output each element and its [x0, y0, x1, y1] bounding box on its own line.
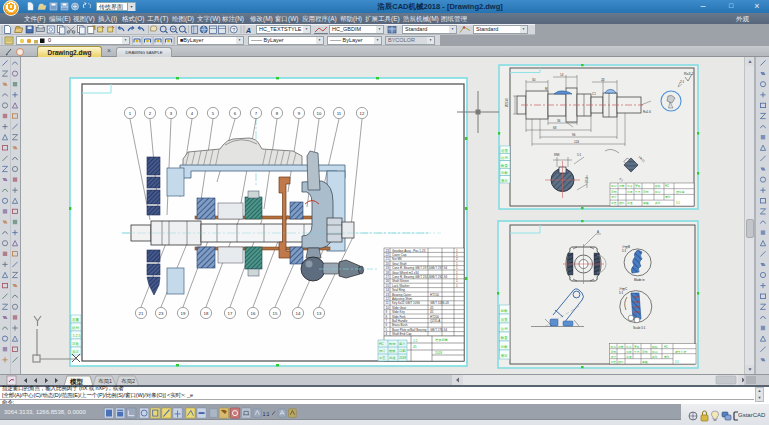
svg-text:13: 13 — [317, 311, 322, 316]
svg-text:12: 12 — [386, 297, 390, 301]
svg-text:自重: 自重 — [501, 317, 508, 322]
svg-text:签字: 签字 — [627, 190, 633, 194]
svg-text:16: 16 — [386, 279, 390, 283]
svg-text:更改: 更改 — [634, 345, 640, 349]
svg-text:拨叉支架: 拨叉支架 — [675, 350, 686, 354]
svg-text:签名: 签名 — [627, 184, 633, 188]
svg-text:5:1: 5:1 — [577, 153, 582, 157]
svg-text:张数: 张数 — [501, 345, 508, 349]
svg-text:Base Plate w/Ball Bearing: Base Plate w/Ball Bearing — [392, 328, 427, 332]
svg-text:自重: 自重 — [501, 148, 508, 153]
svg-text:27.3: 27.3 — [585, 177, 589, 183]
svg-text:2:1: 2:1 — [680, 80, 685, 84]
svg-text:68: 68 — [553, 126, 557, 130]
svg-text:Ø25k6: Ø25k6 — [505, 98, 509, 107]
svg-text:Nut M6: Nut M6 — [392, 257, 402, 261]
svg-text:GB/T 292-94: GB/T 292-94 — [430, 275, 447, 279]
svg-text:13: 13 — [386, 293, 390, 297]
svg-text:齿轮轴: 齿轮轴 — [676, 190, 685, 194]
svg-text:共张: 共张 — [654, 201, 661, 205]
svg-text:日期: 日期 — [611, 350, 617, 354]
svg-text:批准: 批准 — [389, 356, 396, 360]
svg-text:17: 17 — [386, 275, 390, 279]
svg-text:15: 15 — [273, 311, 278, 316]
svg-text:18: 18 — [386, 271, 390, 275]
svg-text:张数: 张数 — [72, 342, 80, 346]
svg-text:Shaft Sleeve: Shaft Sleeve — [392, 279, 409, 283]
svg-text:Adjusting Shim: Adjusting Shim — [392, 297, 413, 301]
svg-text:校对: 校对 — [618, 201, 625, 205]
svg-text:审核: 审核 — [642, 360, 648, 364]
svg-text:1:1: 1:1 — [676, 201, 680, 205]
svg-text:设计: 设计 — [611, 355, 617, 359]
svg-text:标记: 标记 — [610, 184, 617, 188]
svg-text:22: 22 — [386, 253, 390, 257]
svg-text:第张: 第张 — [664, 355, 670, 359]
svg-text:Slide Gear: Slide Gear — [392, 306, 406, 310]
svg-text:20: 20 — [386, 262, 390, 266]
svg-text:批准: 批准 — [627, 201, 633, 205]
svg-text:Bearing Cover: Bearing Cover — [392, 293, 411, 297]
svg-text:共张: 共张 — [651, 355, 658, 359]
svg-text:45: 45 — [430, 306, 434, 310]
svg-text:签字: 签字 — [399, 342, 406, 346]
svg-text:第张: 第张 — [665, 195, 671, 199]
svg-text:8N9: 8N9 — [554, 153, 560, 157]
svg-text:Gear Shaft: Gear Shaft — [392, 262, 407, 266]
svg-text:工艺: 工艺 — [611, 360, 617, 364]
svg-text:Scale 5:1: Scale 5:1 — [633, 326, 646, 330]
svg-text:签名: 签名 — [626, 345, 632, 349]
svg-text:GB/T 276-94: GB/T 276-94 — [430, 328, 447, 332]
svg-text:5:1: 5:1 — [622, 249, 627, 253]
svg-text:Seal Ring: Seal Ring — [392, 288, 405, 292]
svg-text:标记: 标记 — [610, 345, 617, 349]
svg-text:标记: 标记 — [651, 350, 658, 354]
svg-text:45: 45 — [413, 345, 417, 349]
svg-text:Key 6x22 GB/T 1096: Key 6x22 GB/T 1096 — [392, 301, 420, 305]
svg-text:数量: 数量 — [500, 164, 508, 168]
svg-text:处数: 处数 — [501, 308, 508, 313]
svg-text:年月: 年月 — [634, 350, 640, 354]
svg-text:日期: 日期 — [611, 190, 617, 194]
svg-text:A: A — [597, 230, 599, 234]
svg-text:比例: 比例 — [501, 156, 508, 160]
svg-text:15: 15 — [386, 284, 390, 288]
svg-text:Ra1.6: Ra1.6 — [643, 110, 651, 114]
svg-text:30: 30 — [532, 78, 536, 82]
svg-text:HT150: HT150 — [430, 293, 439, 297]
svg-text:比例: 比例 — [501, 327, 508, 331]
svg-text:设计: 设计 — [379, 349, 386, 353]
svg-text:18: 18 — [204, 311, 209, 316]
svg-text:?: ? — [232, 27, 235, 33]
svg-text:Lock Washer: Lock Washer — [392, 284, 409, 288]
svg-text:第张: 第张 — [501, 354, 508, 358]
svg-text:GB/T 1096-03: GB/T 1096-03 — [430, 301, 449, 305]
svg-text:数量: 数量 — [500, 336, 508, 340]
svg-text:23: 23 — [386, 249, 390, 253]
svg-text:Q235-A: Q235-A — [430, 319, 440, 323]
svg-text:2018: 2018 — [435, 351, 442, 355]
svg-text:1:2: 1:2 — [413, 339, 418, 343]
svg-text:1:1: 1:1 — [675, 360, 679, 364]
svg-text:GB/T 297-94: GB/T 297-94 — [430, 266, 447, 270]
svg-text:更改: 更改 — [635, 184, 641, 188]
svg-text:处数: 处数 — [618, 345, 624, 349]
svg-text:标记: 标记 — [388, 342, 396, 346]
svg-text:19: 19 — [386, 266, 390, 270]
svg-text:Cone R. Bearing GB/T 292-3: Cone R. Bearing GB/T 292-3 — [392, 275, 431, 279]
svg-text:HC: HC — [664, 345, 668, 349]
svg-text:标记: 标记 — [654, 190, 661, 194]
svg-text:A: A — [245, 27, 251, 34]
svg-text:浩辰机械: 浩辰机械 — [435, 338, 449, 342]
svg-text:日期: 日期 — [642, 350, 648, 354]
svg-text:设计: 设计 — [611, 195, 617, 199]
svg-text:10: 10 — [317, 111, 322, 116]
svg-text:96: 96 — [572, 133, 576, 137]
svg-text:自重: 自重 — [72, 317, 80, 322]
svg-text:Slide Key: Slide Key — [392, 310, 405, 314]
svg-text:审核: 审核 — [643, 201, 649, 205]
svg-text:第张: 第张 — [501, 179, 508, 183]
svg-text:比例: 比例 — [72, 326, 80, 330]
svg-text:Shaft End Cap: Shaft End Cap — [392, 332, 412, 336]
svg-text:HC: HC — [379, 342, 384, 346]
